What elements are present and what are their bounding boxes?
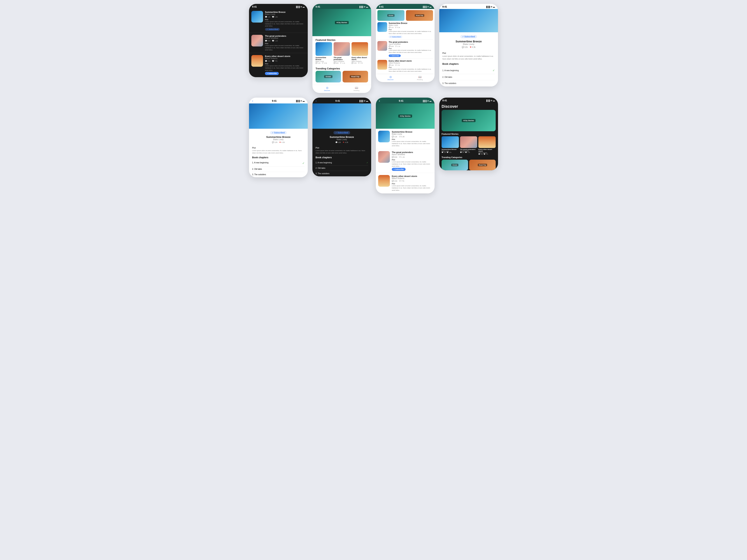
- detail-info: Every other desert storm Milton Roberts …: [389, 60, 433, 72]
- story-title: Summertime Breeze: [252, 136, 305, 138]
- detail-item[interactable]: Every other desert storm Milton Roberts …: [378, 58, 433, 74]
- chapter-title: 1. A new beginning: [315, 162, 332, 164]
- plot-text: Lorem ipsum dolor sit amet consectetur. …: [392, 185, 432, 191]
- wifi-icon: ⟳: [427, 6, 429, 8]
- trending-card-road-trip[interactable]: Road Trip: [342, 71, 368, 82]
- nav-label: Discover: [387, 79, 393, 80]
- detail-stats: 💬 839 🤍 1.1k: [389, 46, 433, 47]
- list-item[interactable]: Summertime Breeze Blake Lively 💬 12k 🤍 4…: [249, 9, 308, 33]
- plot-text: Lorem ipsum dolor sit amet consectetur. …: [389, 49, 433, 53]
- subscribe-button[interactable]: + Subscribe: [392, 168, 406, 171]
- story-author: Blake Lively: [265, 13, 305, 16]
- artwork: [352, 42, 368, 56]
- featured-card[interactable]: The great pretenders Aaron Whitfield 💬 8…: [334, 42, 350, 64]
- battery-icon: ▬: [430, 100, 432, 102]
- story-info: The great pretenders Aaron Whitfield 💬 8…: [265, 35, 305, 51]
- detail-item[interactable]: Summertime Breeze Blake Lively 💬 12k 🤍 4…: [378, 21, 433, 40]
- list-item[interactable]: Summertime Breeze Blake Lively 💬 12k 🤍 4…: [376, 129, 435, 149]
- bottom-nav: ◎ Discover 📖 Reading: [376, 74, 435, 82]
- detail-title: The great pretenders: [389, 41, 433, 43]
- detail-author: Aaron Whitfield: [389, 43, 433, 45]
- chapter-item[interactable]: 3. The outsiders: [252, 172, 305, 177]
- featured-card[interactable]: Every other desert storm Milton Roberts …: [478, 136, 496, 155]
- time: 9:41: [272, 100, 277, 102]
- nav-discover[interactable]: ◎ Discover: [312, 86, 342, 91]
- chapter-item[interactable]: 2. Old tales: [252, 166, 305, 172]
- featured-card[interactable]: Every other desert storm Milton Roberts …: [352, 42, 368, 64]
- comment-stat: 💬 839: [392, 156, 397, 158]
- plot-label: Plot: [392, 138, 432, 140]
- chapter-item[interactable]: 1. A new beginning ✓: [252, 160, 305, 166]
- like-stat: 🤍 4.3k: [447, 152, 451, 153]
- list-item[interactable]: The great pretenders Aaron Whitfield 💬 8…: [249, 33, 308, 53]
- trending-card-road-trip[interactable]: Road Trip: [469, 160, 496, 170]
- trending-card-ocean[interactable]: Ocean: [315, 71, 341, 82]
- featured-card[interactable]: Summertime Breeze Blake Lively 💬 12k 🤍 4…: [315, 42, 332, 64]
- detail-item[interactable]: The great pretenders Aaron Whitfield 💬 8…: [378, 40, 433, 58]
- nav-discover[interactable]: ◎ Discover: [376, 75, 405, 80]
- like-stat: 🤍 1.1k: [340, 62, 345, 64]
- ocean-label: Ocean: [387, 14, 394, 17]
- featured-thumb: [352, 42, 368, 56]
- detail-stats: 💬 230 🤍 776: [389, 64, 433, 66]
- like-stat: 🤍 4.3k: [399, 136, 405, 138]
- list-item[interactable]: The great pretenders Aaron Whitfield 💬 8…: [376, 149, 435, 173]
- back-button[interactable]: ‹: [252, 99, 253, 103]
- featured-thumb: [315, 42, 332, 56]
- like-stat: ❤ 4.3k: [470, 46, 475, 48]
- status-bar: ‹ 9:41 ▐▐▐ ⟳ ▬: [376, 98, 435, 103]
- detail-author: Milton Roberts: [389, 62, 433, 64]
- trending-card-ocean[interactable]: Ocean: [442, 160, 468, 170]
- story-author: Blake Lively: [315, 138, 368, 140]
- featured-card[interactable]: Summertime Breeze Blake Lively 💬 12k 🤍 4…: [442, 136, 459, 155]
- category-road-trip[interactable]: Road Trip: [406, 10, 433, 21]
- like-stat: 🤍 1.1k: [399, 156, 405, 158]
- plot-label: Plot: [315, 147, 368, 149]
- story-info: Every other desert storm Milton Roberts …: [265, 55, 305, 75]
- detail-info: The great pretenders Aaron Whitfield 💬 8…: [389, 41, 433, 57]
- subscribe-button[interactable]: + Subscribe: [389, 54, 401, 57]
- subscribe-button[interactable]: + Subscribe: [265, 72, 279, 75]
- story-stats: 💬 12k 🤍 4.3k: [265, 16, 305, 18]
- chapter-item[interactable]: 1. A new beginning ✓: [315, 160, 368, 165]
- subscribed-badge: ✓ Subscribed: [389, 35, 402, 38]
- story-title: Every other desert storm: [392, 175, 432, 177]
- status-bar: ‹ 9:41 ▐▐▐ ⟳ ▬: [249, 98, 308, 103]
- list-item[interactable]: Every other desert storm Milton Roberts …: [376, 173, 435, 193]
- category-ocean[interactable]: Ocean: [378, 10, 405, 21]
- featured-card[interactable]: The great pretenders Aaron Whitfield 💬 8…: [460, 136, 478, 155]
- featured-section-title: Featured Stories: [442, 133, 496, 135]
- detail-title: Summertime Breeze: [389, 22, 433, 24]
- back-button[interactable]: ‹: [315, 99, 316, 103]
- artwork: [378, 175, 390, 187]
- like-stat: ❤ 4.3k: [279, 141, 285, 143]
- battery-icon: ▬: [493, 100, 495, 102]
- wifi-icon: ⟳: [491, 100, 492, 102]
- nav-reading[interactable]: 📖 Reading: [405, 75, 435, 80]
- chapter-item[interactable]: 1. A new beginning ✓: [442, 67, 495, 74]
- check-icon: ✓: [493, 69, 495, 72]
- dark-discover-phone: 9:41 ▐▐▐ ⟳ ▬ Discover #City Stories Feat…: [439, 98, 498, 170]
- featured-stats: 💬 839 🤍 1.1k: [460, 152, 478, 153]
- artwork: [378, 41, 387, 51]
- comment-stat: 💬 12k: [392, 136, 397, 138]
- status-bar: ‹ 9:41 ▐▐▐ ⟳ ▬: [312, 98, 371, 103]
- chapter-item[interactable]: 2. Old tales: [315, 165, 368, 171]
- artwork: [442, 136, 459, 148]
- chapter-item[interactable]: 3. The outsiders: [442, 80, 495, 86]
- back-button[interactable]: ‹: [379, 99, 380, 103]
- chapter-item[interactable]: 3. The outsiders: [315, 171, 368, 176]
- nav-label: Reading: [354, 90, 360, 91]
- artwork: [312, 103, 371, 129]
- plot-text: Lorem ipsum dolor sit amet consectetur. …: [389, 68, 433, 72]
- featured-stats: 💬 12k 🤍 4.3k: [442, 152, 459, 153]
- nav-reading[interactable]: 📖 Reading: [342, 86, 371, 91]
- list-item[interactable]: Every other desert storm Milton Roberts …: [249, 53, 308, 77]
- comment-stat: 💬 12k: [389, 27, 393, 28]
- comment-stat: 💬 12k: [442, 152, 446, 153]
- artwork-pink: [251, 35, 263, 47]
- comment-stat: 💬 839: [265, 40, 271, 42]
- subscribed-badge: ✓ Subscribed: [460, 35, 477, 38]
- chapter-item[interactable]: 2. Old tales: [442, 74, 495, 80]
- plot-label: Plot: [389, 66, 433, 68]
